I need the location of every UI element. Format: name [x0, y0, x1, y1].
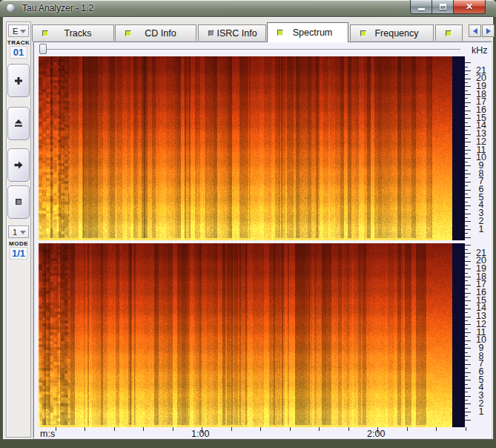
tab-indicator-icon — [277, 30, 283, 36]
freq-tick — [465, 380, 471, 381]
freq-tick — [465, 376, 468, 377]
freq-tick — [465, 90, 468, 91]
freq-tick — [465, 253, 471, 254]
close-button[interactable]: ✕ — [453, 0, 486, 14]
freq-tick — [465, 82, 468, 83]
time-tick — [143, 427, 144, 431]
spectrum-panel: kHz 212019181716151413121110987654321212… — [33, 42, 492, 438]
freq-tick — [465, 94, 471, 95]
tab-cd-info[interactable]: CD Info — [115, 24, 196, 42]
time-tick — [56, 427, 56, 431]
freq-tick-label: 1 — [472, 225, 490, 234]
freq-tick — [465, 420, 471, 421]
freq-tick — [465, 273, 468, 274]
freq-tick — [465, 408, 468, 409]
freq-tick — [465, 229, 471, 230]
freq-tick — [465, 202, 468, 202]
freq-tick — [465, 300, 471, 301]
freq-tick — [465, 70, 471, 71]
freq-tick — [465, 285, 471, 286]
freq-tick — [465, 158, 471, 159]
freq-tick — [465, 182, 471, 182]
time-tick — [173, 427, 173, 431]
stop-button[interactable] — [7, 185, 30, 219]
freq-tick — [465, 317, 471, 317]
tab-frequency[interactable]: Frequency — [350, 24, 434, 42]
freq-tick — [465, 174, 471, 174]
stop-square-icon — [16, 199, 22, 205]
tab-scroll-left-button[interactable] — [469, 24, 481, 37]
maximize-button[interactable] — [431, 0, 453, 14]
freq-tick — [465, 185, 468, 186]
plus-icon — [14, 76, 23, 85]
title-bar[interactable]: Tau Analyzer - 1.2 ✕ — [0, 0, 496, 17]
freq-tick — [465, 364, 471, 365]
freq-tick — [465, 106, 468, 107]
arrow-right-icon — [486, 28, 491, 34]
freq-tick — [465, 177, 468, 178]
tab-isrc-info[interactable]: ISRC Info — [198, 24, 266, 42]
freq-tick — [465, 245, 471, 246]
tab-scroll-right-button[interactable] — [482, 24, 495, 37]
tab-spectrum[interactable]: Spectrum — [267, 22, 348, 42]
freq-tick — [465, 320, 468, 321]
freq-tick — [465, 280, 468, 281]
position-slider[interactable] — [40, 49, 460, 50]
next-button[interactable] — [7, 148, 30, 182]
freq-tick — [465, 165, 471, 166]
freq-tick — [465, 190, 471, 191]
spectrogram-channel-1 — [39, 56, 465, 240]
tab-partial[interactable] — [435, 24, 463, 42]
eject-button[interactable] — [7, 107, 30, 140]
freq-tick — [465, 396, 471, 397]
freq-tick — [465, 309, 471, 309]
freq-tick — [465, 126, 471, 127]
time-tick — [231, 427, 232, 431]
time-tick-label: 2:00 — [367, 429, 385, 439]
mode-value: 1/1 — [10, 247, 27, 260]
frequency-scale: 2120191817161514131211109876543212120191… — [465, 42, 492, 439]
freq-tick — [465, 233, 468, 234]
freq-tick — [465, 388, 471, 389]
track-number: 01 — [10, 46, 27, 59]
freq-tick — [465, 340, 471, 341]
freq-tick — [465, 154, 468, 154]
tab-label: Frequency — [366, 28, 433, 39]
tab-label: ISRC Info — [214, 28, 265, 39]
freq-tick — [465, 332, 471, 333]
time-tick — [85, 427, 85, 431]
freq-tick — [465, 403, 471, 404]
mode-selector[interactable]: 1 — [8, 225, 29, 238]
minimize-button[interactable] — [410, 0, 431, 14]
freq-tick — [465, 269, 471, 269]
freq-tick — [465, 150, 471, 151]
freq-tick — [465, 194, 468, 194]
freq-tick — [465, 130, 468, 131]
freq-tick — [465, 336, 468, 337]
freq-tick — [465, 415, 468, 416]
freq-tick — [465, 297, 468, 297]
freq-tick — [465, 217, 468, 218]
freq-tick — [465, 329, 468, 329]
freq-tick — [465, 114, 468, 115]
freq-tick — [465, 265, 468, 266]
track-selector-value: E — [13, 27, 18, 36]
window-controls: ✕ — [410, 0, 486, 14]
freq-tick — [465, 249, 468, 250]
tab-tracks[interactable]: Tracks — [32, 24, 114, 42]
chevron-down-icon — [20, 231, 26, 234]
chevron-down-icon — [20, 30, 26, 33]
freq-tick — [465, 305, 468, 306]
freq-tick — [465, 86, 471, 87]
freq-tick — [465, 237, 471, 238]
freq-tick — [465, 352, 468, 353]
freq-tick — [465, 138, 468, 139]
freq-tick — [465, 293, 471, 294]
freq-tick — [465, 98, 468, 99]
position-slider-thumb[interactable] — [39, 44, 47, 54]
freq-tick — [465, 412, 471, 412]
spectrogram-channel-2 — [39, 243, 465, 427]
mode-selector-value: 1 — [13, 228, 17, 237]
add-button[interactable] — [7, 64, 30, 97]
track-selector[interactable]: E — [8, 24, 29, 37]
